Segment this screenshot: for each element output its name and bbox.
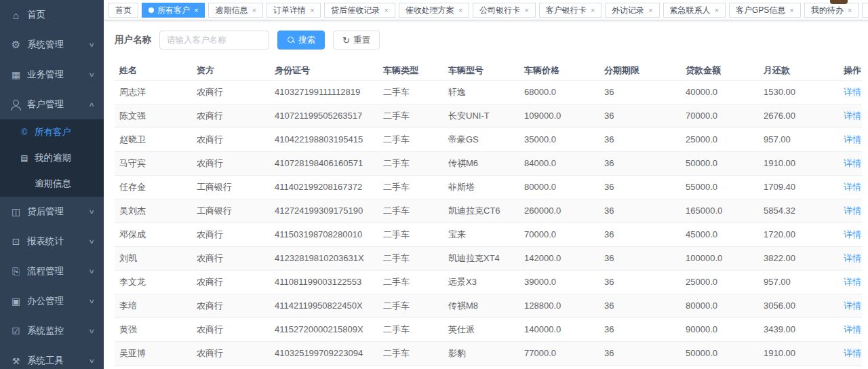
reset-button[interactable]: 重置 xyxy=(333,31,380,50)
tab-item[interactable]: 订单详情× xyxy=(267,3,321,18)
table-cell: 100000.0 xyxy=(681,246,759,270)
detail-link[interactable]: 详情 xyxy=(844,111,861,121)
sidebar-item-system-tools[interactable]: 系统工具 ∨ xyxy=(0,346,104,369)
customer-name-input[interactable] xyxy=(159,31,269,50)
tools-icon xyxy=(10,355,22,366)
table-row: 刘凯农商行41232819810203631X二手车凯迪拉克XT4142000.… xyxy=(115,246,862,270)
chevron-up-icon: ∧ xyxy=(89,101,96,108)
table-cell: 卡罗拉 xyxy=(443,365,519,369)
detail-link[interactable]: 详情 xyxy=(844,182,861,192)
column-header: 贷款金额 xyxy=(681,62,759,80)
search-form: 用户名称 搜索 重置 xyxy=(115,30,861,50)
tab-item[interactable]: 首页 xyxy=(108,3,138,18)
sidebar-item-label: 流程管理 xyxy=(27,265,90,277)
search-button[interactable]: 搜索 xyxy=(277,31,325,50)
chevron-down-icon: ∨ xyxy=(89,238,96,245)
close-icon[interactable]: × xyxy=(384,7,388,14)
table-row: 陈文强农商行410721199505263517二手车长安UNI-T109000… xyxy=(115,104,862,128)
table-cell-actions: 详情 xyxy=(839,128,862,151)
tab-item[interactable]: 公司银行卡× xyxy=(473,3,535,18)
table-cell: 农商行 xyxy=(192,151,270,175)
sidebar-item-customer-management[interactable]: 客户管理 ∧ xyxy=(0,90,104,119)
sidebar-item-process-management[interactable]: 流程管理 ∨ xyxy=(0,256,104,286)
sidebar-item-label: 办公管理 xyxy=(27,295,90,307)
detail-link[interactable]: 详情 xyxy=(844,348,861,358)
tab-item[interactable]: 我的流程× xyxy=(862,3,868,18)
sidebar-item-business-management[interactable]: 业务管理 ∨ xyxy=(0,60,104,90)
tab-item[interactable]: 外访记录× xyxy=(605,3,659,18)
detail-link[interactable]: 详情 xyxy=(844,277,861,287)
table-cell: 二手车 xyxy=(378,80,443,104)
sidebar-item-label: 业务管理 xyxy=(27,69,90,81)
detail-link[interactable]: 详情 xyxy=(844,229,861,239)
detail-link[interactable]: 详情 xyxy=(844,87,861,97)
table-cell: 任存金 xyxy=(115,175,192,199)
table-cell: 二手车 xyxy=(378,128,443,151)
detail-link[interactable]: 详情 xyxy=(844,324,861,334)
sidebar-item-overdue-info[interactable]: 逾期信息 xyxy=(0,171,104,197)
table-cell: 36 xyxy=(599,270,681,294)
avatar[interactable] xyxy=(830,0,848,4)
tab-label: 订单详情 xyxy=(273,5,306,16)
tab-item[interactable]: 催收处理方案× xyxy=(399,3,469,18)
table-cell: 李文龙 xyxy=(115,270,192,294)
table-cell: 410728198406160571 xyxy=(270,151,378,175)
close-icon[interactable]: × xyxy=(252,7,256,14)
table-cell: 传祺M8 xyxy=(443,294,519,317)
sidebar-item-report-statistics[interactable]: 报表统计 ∨ xyxy=(0,227,104,256)
tab-label: 外访记录 xyxy=(612,5,644,16)
table-cell: 70000.0 xyxy=(519,222,599,246)
table-cell: 1720.00 xyxy=(759,222,839,246)
sidebar-item-post-loan-management[interactable]: 贷后管理 ∨ xyxy=(0,197,104,227)
table-cell: 二手车 xyxy=(378,246,443,270)
office-icon xyxy=(10,296,22,307)
close-icon[interactable]: × xyxy=(524,7,528,14)
sidebar-item-label: 贷后管理 xyxy=(27,206,90,218)
person-icon xyxy=(10,99,22,110)
tab-item[interactable]: 逾期信息× xyxy=(208,3,262,18)
sidebar-item-all-customers[interactable]: 所有客户 xyxy=(0,119,104,145)
tab-item[interactable]: 我的待办× xyxy=(804,3,859,18)
sidebar-item-my-overdue[interactable]: 我的逾期 xyxy=(0,145,104,171)
sidebar-item-label: 逾期信息 xyxy=(35,178,71,190)
table-cell: 50000.0 xyxy=(681,341,759,365)
tab-item[interactable]: 紧急联系人× xyxy=(663,3,726,18)
close-icon[interactable]: × xyxy=(310,7,314,14)
detail-link[interactable]: 详情 xyxy=(844,158,861,168)
table-cell: 39000.0 xyxy=(519,270,599,294)
sidebar-item-home[interactable]: 首页 xyxy=(0,0,104,30)
tab-item[interactable]: 客户银行卡× xyxy=(539,3,601,18)
detail-link[interactable]: 详情 xyxy=(844,253,861,263)
table-cell: 农商行 xyxy=(192,128,270,151)
sidebar-item-system-management[interactable]: 系统管理 ∨ xyxy=(0,30,104,60)
tab-label: 催收处理方案 xyxy=(406,5,454,16)
detail-link[interactable]: 详情 xyxy=(844,134,861,144)
refresh-icon xyxy=(342,35,353,45)
close-icon[interactable]: × xyxy=(648,7,652,14)
sidebar-item-office-management[interactable]: 办公管理 ∨ xyxy=(0,286,104,316)
table-cell: 84000.0 xyxy=(519,151,599,175)
table-cell: 41142119950822450X xyxy=(270,294,378,317)
table-cell: 二手车 xyxy=(378,222,443,246)
close-icon[interactable]: × xyxy=(848,7,852,14)
close-icon[interactable]: × xyxy=(715,7,719,14)
detail-link[interactable]: 详情 xyxy=(844,206,861,216)
sidebar-item-label: 系统工具 xyxy=(27,355,90,367)
close-icon[interactable]: × xyxy=(591,7,595,14)
table-cell: 77000.0 xyxy=(519,341,599,365)
close-icon[interactable]: × xyxy=(194,7,198,14)
customers-icon xyxy=(20,128,29,137)
close-icon[interactable]: × xyxy=(458,7,462,14)
tab-label: 所有客户 xyxy=(157,5,190,16)
tab-item[interactable]: 客户GPS信息× xyxy=(729,3,801,18)
home-icon xyxy=(10,9,22,21)
tab-item[interactable]: 所有客户× xyxy=(142,3,205,18)
tab-item[interactable]: 贷后催收记录× xyxy=(324,3,395,18)
column-header: 车辆类型 xyxy=(378,62,443,80)
table-cell: 二手车 xyxy=(378,175,443,199)
sidebar-item-system-monitoring[interactable]: 系统监控 ∨ xyxy=(0,316,104,346)
close-icon[interactable]: × xyxy=(789,7,793,14)
table-cell: 二手车 xyxy=(378,151,443,175)
column-header: 车辆型号 xyxy=(443,62,519,80)
detail-link[interactable]: 详情 xyxy=(844,300,861,311)
